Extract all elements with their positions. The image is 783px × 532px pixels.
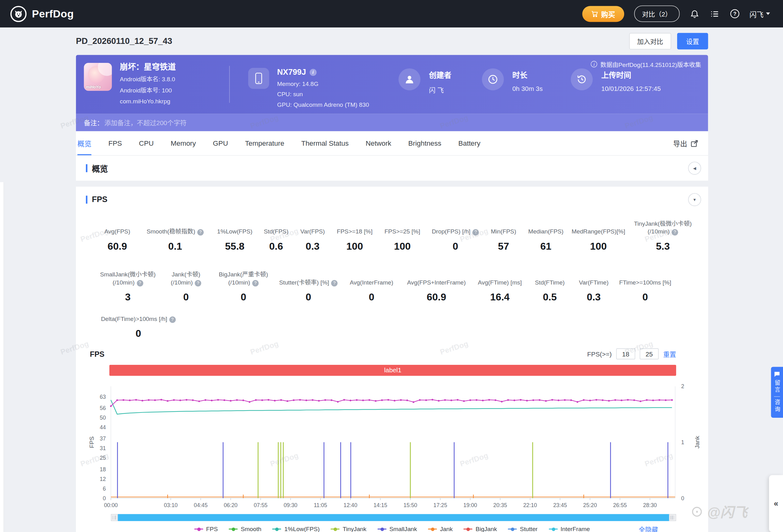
export-button[interactable]: 导出 (673, 138, 698, 148)
chart-scrollbar[interactable] (111, 514, 676, 521)
export-icon (690, 139, 698, 147)
info-icon[interactable]: i (310, 69, 316, 76)
stat-item: Min(FPS)57 (484, 219, 523, 252)
fps-chart-svg[interactable]: 0612182531374450566301200:0003:1004:4506… (89, 376, 708, 512)
tab-CPU[interactable]: CPU (139, 131, 154, 155)
tab-Network[interactable]: Network (366, 131, 391, 155)
stat-value: 0.1 (168, 240, 182, 252)
device-gpu: GPU: Qualcomm Adreno (TM) 830 (277, 101, 369, 108)
help-icon[interactable]: ? (169, 317, 176, 323)
fps-section-title: FPS (92, 195, 107, 204)
overview-title: 概览 (92, 162, 108, 174)
tab-FPS[interactable]: FPS (108, 131, 122, 155)
help-icon[interactable]: ? (331, 280, 338, 287)
game-icon: miHoYo (84, 63, 112, 91)
legend-item[interactable]: InterFrame (549, 526, 590, 532)
svg-text:03:10: 03:10 (164, 502, 178, 508)
stat-item: Var(FTime)0.3 (572, 270, 616, 303)
collapse-fps-button[interactable]: ▼ (688, 193, 701, 206)
scrollbar-left-handle[interactable] (111, 514, 118, 521)
svg-text:FPS: FPS (89, 436, 95, 448)
tab-Brightness[interactable]: Brightness (408, 131, 441, 155)
stat-value: 0.6 (269, 240, 283, 252)
help-icon[interactable]: ? (197, 229, 204, 236)
collapse-left-button[interactable]: ◀ (688, 162, 701, 175)
fps-threshold-high-input[interactable] (640, 348, 659, 359)
user-menu[interactable]: 闪飞 (750, 9, 770, 19)
svg-text:1: 1 (681, 439, 684, 445)
navbar: PerfDog 购买 对比（2） (0, 0, 783, 27)
hide-all-link[interactable]: 全隐藏 (639, 525, 658, 532)
brand-logo[interactable]: PerfDog (10, 5, 74, 23)
stat-value: 16.4 (490, 291, 509, 303)
svg-text:12: 12 (100, 476, 106, 482)
legend-item[interactable]: 1%Low(FPS) (273, 526, 320, 532)
stat-value: 0 (369, 291, 374, 303)
fps-filter-label: FPS(>=) (587, 350, 612, 358)
package-name: com.miHoYo.hkrpg (120, 98, 226, 105)
collapsed-side-panel[interactable] (0, 182, 4, 532)
chevron-down-icon (766, 12, 770, 15)
stat-value: 100 (590, 240, 607, 252)
svg-text:50: 50 (100, 414, 106, 421)
stat-label: Avg(FPS) (104, 228, 130, 236)
legend-item[interactable]: Jank (428, 526, 452, 532)
stat-value: 100 (394, 240, 411, 252)
fps-chart[interactable]: 0612182531374450566301200:0003:1004:4506… (89, 376, 708, 514)
legend-item[interactable]: Smooth (229, 526, 262, 532)
settings-button[interactable]: 设置 (677, 33, 708, 49)
menu-icon[interactable] (710, 9, 719, 19)
tab-Temperature[interactable]: Temperature (245, 131, 284, 155)
help-icon[interactable]: ? (729, 9, 740, 19)
buy-button[interactable]: 购买 (582, 6, 624, 22)
creator-person-icon (398, 68, 420, 91)
remark-placeholder: 添加备注，不超过200个字符 (104, 118, 187, 127)
legend-item[interactable]: Stutter (508, 526, 538, 532)
compare-button[interactable]: 对比（2） (634, 6, 680, 22)
svg-text:07:55: 07:55 (254, 502, 268, 508)
legend-item[interactable]: SmallJank (377, 526, 417, 532)
username: 闪飞 (750, 9, 764, 19)
tab-Memory[interactable]: Memory (171, 131, 196, 155)
feedback-tab[interactable]: 留言 咨询 (771, 367, 783, 418)
legend-marker (194, 529, 203, 530)
help-icon[interactable]: ? (195, 280, 201, 287)
tab-Battery[interactable]: Battery (458, 131, 480, 155)
collapse-panel-button[interactable]: « (769, 475, 783, 532)
help-icon[interactable]: ? (252, 280, 259, 287)
legend-item[interactable]: BigJank (464, 526, 497, 532)
help-icon[interactable]: ? (137, 280, 143, 287)
device-model: NX799J (277, 68, 306, 77)
svg-text:11:05: 11:05 (314, 502, 327, 508)
help-icon[interactable]: ? (671, 229, 678, 236)
help-icon[interactable]: ? (472, 229, 479, 236)
reset-link[interactable]: 重置 (663, 349, 676, 359)
stat-value: 60.9 (107, 240, 127, 252)
stat-item: Drop(FPS) [/h]?0 (426, 219, 484, 252)
data-source-note: i 数据由PerfDog(11.4.251012)版本收集 (591, 60, 701, 68)
legend-item[interactable]: TinyJank (331, 526, 367, 532)
remark-bar[interactable]: 备注： 添加备注，不超过200个字符 (76, 114, 708, 131)
legend-item[interactable]: FPS (194, 526, 218, 532)
scrollbar-right-handle[interactable] (669, 514, 676, 521)
stat-value: 0 (183, 291, 189, 303)
tab-概览[interactable]: 概览 (77, 131, 92, 155)
tab-Thermal Status[interactable]: Thermal Status (301, 131, 348, 155)
svg-text:0: 0 (103, 495, 106, 501)
stat-item: 1%Low(FPS)55.8 (212, 219, 258, 252)
notifications-bell-icon[interactable] (690, 9, 699, 19)
svg-text:?: ? (733, 11, 736, 16)
scrollbar-track[interactable] (118, 514, 669, 521)
legend-marker (229, 529, 238, 530)
tab-GPU[interactable]: GPU (213, 131, 228, 155)
session-banner: miHoYo 崩坏：星穹铁道 Android版本名: 3.8.0 Android… (76, 55, 708, 131)
stat-label: FTime>=100ms [%] (619, 278, 671, 287)
stat-item: TinyJank(极微小卡顿) (/10min)?5.3 (628, 219, 698, 252)
svg-text:2: 2 (681, 383, 684, 390)
svg-text:63: 63 (100, 394, 106, 400)
fps-threshold-low-input[interactable] (616, 348, 635, 359)
stat-row: SmallJank(微小卡顿) (/10min)?3Jank(卡顿) (/10m… (96, 270, 698, 303)
cart-icon (591, 10, 598, 17)
add-compare-button[interactable]: 加入对比 (629, 33, 671, 49)
stat-label: SmallJank(微小卡顿) (/10min)? (100, 270, 156, 287)
